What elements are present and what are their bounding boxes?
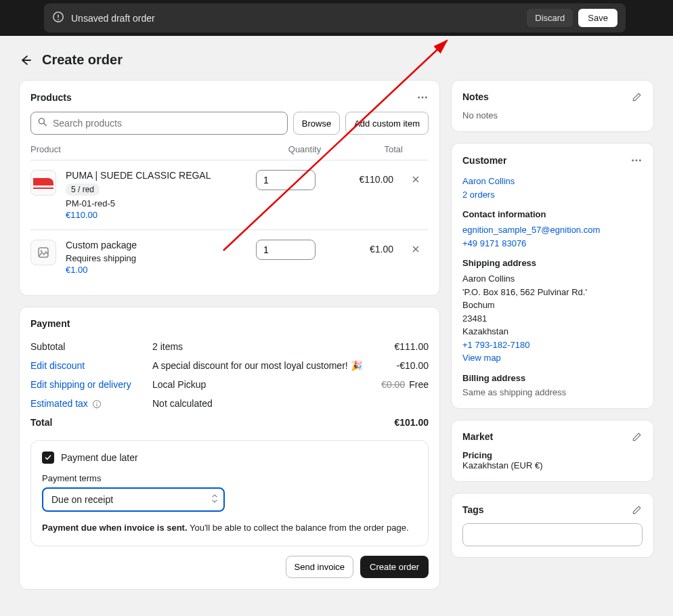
pricing-label: Pricing (462, 450, 643, 460)
product-name[interactable]: PUMA | SUEDE CLASSIC REGAL (66, 170, 239, 181)
customer-email-link[interactable]: egnition_sample_57@egnition.com (462, 223, 643, 237)
svg-line-8 (44, 123, 47, 126)
billing-address-text: Same as shipping address (462, 387, 643, 397)
svg-point-5 (422, 97, 424, 99)
draft-label: Unsaved draft order (71, 13, 155, 24)
contact-info-title: Contact information (462, 209, 643, 219)
market-card: Market Pricing Kazakhstan (EUR €) (451, 420, 654, 482)
tax-desc: Not calculated (152, 398, 368, 409)
payment-terms-box: Payment due later Payment terms Due on r… (30, 440, 429, 546)
draft-status-bar: Unsaved draft order Discard Save (44, 3, 626, 32)
line-total: €1.00 (332, 240, 393, 255)
line-item: PUMA | SUEDE CLASSIC REGAL 5 / red PM-01… (30, 160, 429, 229)
page-title: Create order (42, 52, 123, 68)
product-price[interactable]: €110.00 (66, 210, 239, 220)
discount-value: -€10.00 (368, 360, 429, 371)
product-note: Requires shipping (66, 253, 239, 263)
edit-shipping-link[interactable]: Edit shipping or delivery (30, 379, 131, 390)
col-product: Product (30, 144, 267, 154)
quantity-input[interactable] (256, 170, 316, 190)
product-price[interactable]: €1.00 (66, 265, 239, 275)
payment-help-text: Payment due when invoice is sent. You'll… (42, 521, 417, 535)
svg-point-4 (418, 97, 420, 99)
edit-icon[interactable] (632, 431, 643, 442)
save-button[interactable]: Save (578, 9, 617, 27)
svg-point-19 (636, 160, 638, 162)
products-card: Products Browse Add custom item Product … (19, 80, 440, 296)
svg-point-6 (425, 97, 427, 99)
view-map-link[interactable]: View map (462, 351, 643, 365)
product-thumbnail (30, 170, 56, 196)
customer-orders-link[interactable]: 2 orders (462, 188, 643, 202)
pricing-value: Kazakhstan (EUR €) (462, 460, 643, 470)
shipping-value: €0.00Free (368, 379, 429, 390)
quantity-input[interactable] (256, 240, 316, 260)
product-thumbnail (30, 240, 56, 265)
page-header: Create order (0, 36, 673, 80)
tags-title: Tags (462, 504, 484, 515)
payment-due-later-checkbox[interactable] (42, 452, 54, 464)
svg-point-20 (639, 160, 641, 162)
customer-phone-link[interactable]: +49 9171 83076 (462, 237, 643, 250)
alert-icon (52, 11, 64, 25)
more-icon[interactable] (630, 154, 643, 167)
discount-desc: A special discount for our most loyal cu… (152, 360, 368, 371)
add-custom-item-button[interactable]: Add custom item (345, 112, 429, 135)
browse-button[interactable]: Browse (293, 112, 340, 135)
svg-point-3 (58, 19, 59, 20)
line-total: €110.00 (332, 170, 393, 185)
subtotal-desc: 2 items (152, 341, 368, 352)
variant-badge: 5 / red (66, 183, 100, 196)
svg-point-16 (96, 402, 97, 403)
tags-card: Tags (451, 493, 654, 558)
search-products-input[interactable] (30, 112, 288, 135)
send-invoice-button[interactable]: Send invoice (286, 556, 353, 578)
discard-button[interactable]: Discard (527, 9, 573, 27)
notes-title: Notes (462, 91, 489, 102)
tags-input[interactable] (462, 523, 643, 546)
shipping-phone-link[interactable]: +1 793-182-7180 (462, 338, 643, 352)
col-quantity: Quantity (267, 144, 342, 154)
estimated-tax-link[interactable]: Estimated tax (30, 398, 88, 409)
customer-title: Customer (462, 155, 506, 166)
line-item: Custom package Requires shipping €1.00 €… (30, 229, 429, 284)
col-total: Total (342, 144, 403, 154)
notes-card: Notes No notes (451, 80, 654, 132)
subtotal-value: €111.00 (368, 341, 429, 352)
svg-point-18 (632, 160, 634, 162)
total-value: €101.00 (368, 417, 429, 428)
shipping-address-title: Shipping address (462, 258, 643, 268)
payment-terms-label: Payment terms (42, 473, 417, 483)
edit-icon[interactable] (632, 504, 643, 515)
product-name[interactable]: Custom package (66, 240, 239, 250)
shipping-address: Aaron Collins 'P.O. Box 816, 562 Pulvina… (462, 272, 643, 365)
products-table-header: Product Quantity Total (30, 144, 429, 160)
customer-name-link[interactable]: Aaron Collins (462, 175, 643, 188)
billing-address-title: Billing address (462, 373, 643, 383)
notes-empty: No notes (462, 110, 643, 120)
products-title: Products (30, 92, 72, 103)
payment-title: Payment (30, 318, 429, 329)
remove-line-icon[interactable] (403, 240, 429, 255)
payment-due-later-label: Payment due later (61, 452, 138, 463)
create-order-button[interactable]: Create order (360, 556, 429, 578)
market-title: Market (462, 431, 493, 442)
more-icon[interactable] (416, 91, 429, 104)
svg-point-12 (41, 250, 43, 252)
back-arrow-icon[interactable] (19, 53, 32, 67)
product-sku: PM-01-red-5 (66, 198, 239, 208)
edit-discount-link[interactable]: Edit discount (30, 360, 85, 371)
payment-terms-select[interactable]: Due on receipt (42, 487, 225, 512)
edit-icon[interactable] (632, 91, 643, 102)
svg-point-7 (39, 118, 44, 124)
remove-line-icon[interactable] (403, 170, 429, 185)
info-icon[interactable] (92, 399, 102, 409)
subtotal-label: Subtotal (30, 341, 152, 352)
shipping-desc: Local Pickup (152, 379, 368, 390)
payment-card: Payment Subtotal 2 items €111.00 Edit di… (19, 307, 440, 590)
search-icon (37, 117, 48, 130)
top-bar: Unsaved draft order Discard Save (0, 0, 673, 36)
customer-card: Customer Aaron Collins 2 orders Contact … (451, 143, 654, 409)
total-label: Total (30, 417, 152, 428)
